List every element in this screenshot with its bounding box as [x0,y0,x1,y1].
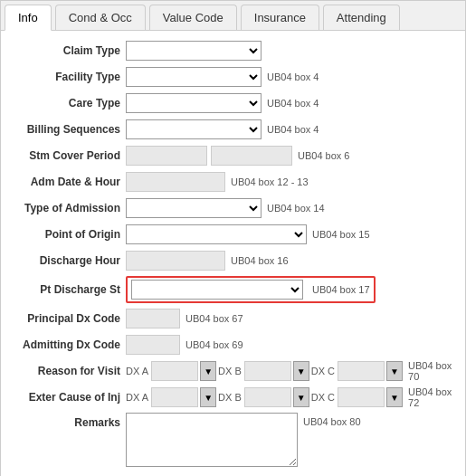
exter-dxc-label: DX C [311,392,335,403]
facility-type-hint: UB04 box 4 [267,71,319,82]
reason-for-visit-row: Reason for Visit DX A ▼ DX B ▼ DX C ▼ UB… [8,360,458,382]
billing-sequences-select[interactable] [126,119,262,139]
principal-dx-code-control [126,309,180,328]
tab-attending[interactable]: Attending [323,5,400,30]
discharge-hour-row: Discharge Hour UB04 box 16 [8,250,458,271]
pt-discharge-st-highlight: UB04 box 17 [126,276,376,303]
exter-dxa-label: DX A [126,392,148,403]
tab-insurance[interactable]: Insurance [241,5,319,30]
adm-date-hour-label: Adm Date & Hour [8,176,126,188]
reason-dxa-btn[interactable]: ▼ [200,361,216,381]
remarks-textarea[interactable] [126,413,298,467]
exter-dxc-btn[interactable]: ▼ [386,387,403,407]
type-of-admission-control [126,198,262,218]
care-type-control [126,93,262,113]
exter-cause-row: Exter Cause of Inj DX A ▼ DX B ▼ DX C ▼ … [8,386,458,408]
point-of-origin-row: Point of Origin UB04 box 15 [8,224,458,245]
pt-discharge-st-label: Pt Discharge St [8,283,126,296]
stm-cover-period-hint: UB04 box 6 [298,150,349,161]
admitting-dx-code-row: Admitting Dx Code UB04 box 69 [8,334,458,356]
reason-for-visit-label: Reason for Visit [8,365,126,377]
facility-type-select[interactable] [126,67,262,87]
discharge-hour-label: Discharge Hour [8,254,126,267]
adm-date-hour-hint: UB04 box 12 - 13 [231,176,309,187]
tab-bar: Info Cond & Occ Value Code Insurance Att… [1,1,465,31]
exter-cause-label: Exter Cause of Inj [8,391,126,404]
stm-cover-period-label: Stm Cover Period [8,149,126,162]
facility-type-label: Facility Type [8,71,126,83]
adm-date-hour-control [126,172,225,192]
pt-discharge-st-row: Pt Discharge St UB04 box 17 [8,276,458,303]
exter-dxb-label: DX B [218,392,242,403]
exter-cause-hint: UB04 box 72 [408,386,458,408]
claim-type-select[interactable] [126,41,262,61]
billing-sequences-row: Billing Sequences UB04 box 4 [8,119,458,140]
care-type-select[interactable] [126,93,262,113]
type-of-admission-hint: UB04 box 14 [267,203,325,214]
care-type-label: Care Type [8,97,126,109]
pt-discharge-st-select[interactable] [131,280,303,300]
exter-dxb-input[interactable] [244,387,291,407]
remarks-label: Remarks [8,416,126,429]
admitting-dx-code-label: Admitting Dx Code [8,338,126,351]
point-of-origin-label: Point of Origin [8,228,126,241]
facility-type-row: Facility Type UB04 box 4 [8,66,458,88]
reason-dxa-input[interactable] [151,361,198,381]
exter-dxb-btn[interactable]: ▼ [293,387,309,407]
stm-cover-period-row: Stm Cover Period UB04 box 6 [8,145,458,167]
reason-for-visit-control: DX A ▼ DX B ▼ DX C ▼ [126,361,403,381]
type-of-admission-label: Type of Admission [8,202,126,214]
discharge-hour-input[interactable] [126,251,225,271]
exter-cause-control: DX A ▼ DX B ▼ DX C ▼ [126,387,403,407]
pt-discharge-st-hint: UB04 box 17 [312,284,370,295]
billing-sequences-hint: UB04 box 4 [267,124,319,135]
admitting-dx-code-control [126,335,180,355]
reason-dxb-label: DX B [218,366,242,376]
discharge-hour-hint: UB04 box 16 [231,255,289,266]
reason-dxb-input[interactable] [244,361,291,381]
point-of-origin-select[interactable] [126,224,307,244]
claim-type-label: Claim Type [8,44,126,57]
remarks-control [126,413,298,470]
admitting-dx-code-input[interactable] [126,335,180,355]
point-of-origin-control [126,224,307,244]
main-container: Info Cond & Occ Value Code Insurance Att… [0,0,466,476]
stm-cover-period-input1[interactable] [126,146,207,166]
principal-dx-code-row: Principal Dx Code UB04 box 67 [8,308,458,329]
exter-dxa-input[interactable] [151,387,198,407]
reason-dxc-btn[interactable]: ▼ [386,361,403,381]
point-of-origin-hint: UB04 box 15 [312,229,370,240]
exter-dxa-btn[interactable]: ▼ [200,387,216,407]
reason-dxc-input[interactable] [338,361,385,381]
discharge-hour-control [126,251,225,271]
tab-info[interactable]: Info [5,5,52,31]
reason-dxa-label: DX A [126,366,148,376]
stm-cover-period-control [126,146,292,166]
remarks-hint: UB04 box 80 [303,416,361,427]
tab-cond-occ[interactable]: Cond & Occ [55,5,146,30]
billing-sequences-control [126,119,262,139]
type-of-admission-select[interactable] [126,198,262,218]
reason-for-visit-hint: UB04 box 70 [408,360,458,382]
adm-date-hour-row: Adm Date & Hour UB04 box 12 - 13 [8,171,458,193]
care-type-row: Care Type UB04 box 4 [8,92,458,114]
claim-type-control [126,41,262,61]
claim-type-row: Claim Type [8,40,458,62]
principal-dx-code-label: Principal Dx Code [8,312,126,325]
admitting-dx-code-hint: UB04 box 69 [185,339,243,350]
reason-dxc-label: DX C [311,366,335,376]
care-type-hint: UB04 box 4 [267,98,319,109]
remarks-row: Remarks UB04 box 80 [8,413,458,470]
facility-type-control [126,67,262,87]
tab-value-code[interactable]: Value Code [149,5,237,30]
exter-dxc-input[interactable] [338,387,385,407]
stm-cover-period-input2[interactable] [211,146,292,166]
reason-dxb-btn[interactable]: ▼ [293,361,309,381]
adm-date-hour-input[interactable] [126,172,225,192]
principal-dx-code-input[interactable] [126,309,180,328]
form-area: Claim Type Facility Type UB04 box 4 Care… [1,31,465,476]
principal-dx-code-hint: UB04 box 67 [185,313,243,324]
type-of-admission-row: Type of Admission UB04 box 14 [8,197,458,219]
billing-sequences-label: Billing Sequences [8,123,126,136]
